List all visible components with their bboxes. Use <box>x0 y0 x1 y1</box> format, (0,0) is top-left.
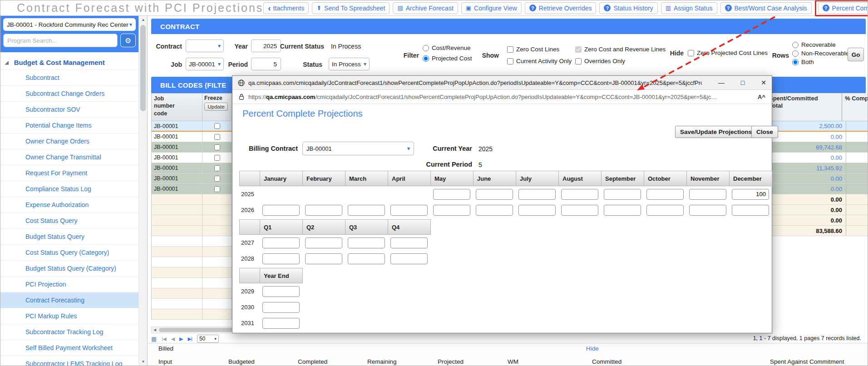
last-page-button[interactable]: ▶| <box>188 336 192 342</box>
projection-input-2025-7[interactable] <box>518 189 556 200</box>
close-button[interactable]: Close <box>751 126 778 138</box>
projection-input-2026-9[interactable] <box>604 205 641 216</box>
radio-option-both[interactable]: Both <box>792 59 849 65</box>
sidebar-item-request-for-payment[interactable]: Request For Payment <box>0 165 138 181</box>
toolbar-button-best-worst-case-analysis[interactable]: ?Best/Worst Case Analysis <box>720 2 812 14</box>
toolbar-button-ttachments[interactable]: ‹ttachments <box>263 2 309 14</box>
prev-page-button[interactable]: ◀ <box>171 336 174 342</box>
minimize-icon[interactable]: — <box>718 79 725 86</box>
sidebar-item-cost-status-query-category[interactable]: Cost Status Query (Category) <box>0 244 138 260</box>
projection-input-2026-12[interactable] <box>732 205 769 216</box>
next-page-button[interactable]: ▶ <box>179 336 182 342</box>
status-select[interactable]: In Process ▾ <box>329 58 370 70</box>
sidebar-item-subcontract[interactable]: Subcontract <box>0 69 138 85</box>
projection-input-2029-1[interactable] <box>262 286 300 297</box>
checkbox-option-current-activity-only[interactable]: Current Activity Only <box>507 58 575 64</box>
projection-input-2028-1[interactable] <box>262 253 300 264</box>
toolbar-button-status-history[interactable]: ?Status History <box>599 2 657 14</box>
sidebar-item-subcontractor-sov[interactable]: Subcontractor SOV <box>0 101 138 117</box>
checkbox-zero-cost-lines[interactable] <box>507 46 513 53</box>
scroll-down-icon[interactable]: ▼ <box>139 360 148 364</box>
toolbar-button-archive-forecast[interactable]: ▤Archive Forecast <box>393 2 458 14</box>
checkbox-current-activity-only[interactable] <box>507 58 513 64</box>
radio-both[interactable] <box>792 59 799 65</box>
sidebar-item-cost-status-query[interactable]: Cost Status Query <box>0 213 138 228</box>
freeze-checkbox[interactable] <box>214 123 220 129</box>
projection-input-2026-5[interactable] <box>433 205 470 216</box>
settings-button[interactable]: ⚙ <box>120 34 136 47</box>
radio-option-non-recoverable[interactable]: Non-Recoverable <box>792 50 849 57</box>
radio-cost-revenue[interactable] <box>423 45 429 51</box>
sidebar-item-subcontract-change-orders[interactable]: Subcontract Change Orders <box>0 85 138 101</box>
radio-projected-cost[interactable] <box>423 55 429 62</box>
popup-addressbar[interactable]: https://qa.cmicpaas.com/cmicqadaily/JcCo… <box>232 90 772 104</box>
projection-input-2028-2[interactable] <box>305 253 342 264</box>
hide-link[interactable]: Hide <box>586 345 599 352</box>
sidebar-item-expense-authorization[interactable]: Expense Authorization <box>0 197 138 213</box>
projection-input-2025-8[interactable] <box>561 189 598 200</box>
radio-option-cost-revenue[interactable]: Cost/Revenue <box>423 45 472 51</box>
sidebar-item-subcontractor-tracking-log[interactable]: Subcontractor Tracking Log <box>0 324 138 340</box>
toolbar-button-percent-complete-projections[interactable]: ?Percent Complete Projections <box>818 2 868 14</box>
maximize-icon[interactable]: □ <box>741 79 745 86</box>
projection-input-2026-1[interactable] <box>262 205 300 216</box>
sidebar-item-owner-change-transmittal[interactable]: Owner Change Transmittal <box>0 149 138 165</box>
projection-input-2025-11[interactable] <box>689 189 726 200</box>
radio-option-projected-cost[interactable]: Projected Cost <box>423 55 472 62</box>
contract-select[interactable]: ▾ <box>186 40 224 52</box>
projection-input-2027-3[interactable] <box>348 237 385 248</box>
billing-contract-select[interactable]: JB-00001 ▾ <box>302 142 414 155</box>
sidebar-scrollbar[interactable]: ▲ ▼ <box>138 16 147 366</box>
scroll-up-icon[interactable]: ▲ <box>139 18 148 22</box>
scroll-left-icon[interactable]: ◀ <box>152 328 158 332</box>
period-input[interactable] <box>251 58 281 70</box>
projection-input-2026-11[interactable] <box>689 205 726 216</box>
freeze-checkbox[interactable] <box>214 155 220 161</box>
checkbox-option-overrides-only[interactable]: Overrides Only <box>575 58 702 64</box>
projection-input-2025-10[interactable] <box>646 189 684 200</box>
projection-input-2026-3[interactable] <box>348 205 385 216</box>
sidebar-item-pci-markup-rules[interactable]: PCI Markup Rules <box>0 308 138 324</box>
projection-input-2025-6[interactable] <box>476 189 513 200</box>
sidebar-item-budget-status-query-category[interactable]: Budget Status Query (Category) <box>0 260 138 276</box>
checkbox-option-zero-cost-lines[interactable]: Zero Cost Lines <box>507 46 575 53</box>
freeze-checkbox[interactable] <box>214 186 220 192</box>
projection-input-2027-4[interactable] <box>390 237 428 248</box>
project-selector[interactable]: JB-00001 - Rockford Community Rec Center… <box>3 18 136 31</box>
save-update-projections-button[interactable]: Save/Update Projections <box>675 126 757 138</box>
tree-header[interactable]: ◢ Budget & Cost Management <box>0 56 138 69</box>
projection-input-2025-12[interactable] <box>732 189 769 200</box>
sidebar-item-owner-change-orders[interactable]: Owner Change Orders <box>0 133 138 149</box>
popup-titlebar[interactable]: qa.cmicpaas.com/cmicqadaily/JcContractFo… <box>232 76 772 90</box>
radio-non-recoverable[interactable] <box>792 50 799 57</box>
projection-input-2027-1[interactable] <box>262 237 300 248</box>
projection-input-2027-2[interactable] <box>305 237 342 248</box>
projection-input-2025-9[interactable] <box>604 189 641 200</box>
grid-icon[interactable]: ▦ <box>151 336 157 342</box>
checkbox-overrides-only[interactable] <box>575 58 582 64</box>
sidebar-item-pci-projection[interactable]: PCI Projection <box>0 276 138 292</box>
checkbox-zero-projected-cost-lines[interactable] <box>688 50 694 56</box>
radio-option-recoverable[interactable]: Recoverable <box>792 41 849 48</box>
toolbar-button-send-to-spreadsheet[interactable]: ⬆Send To Spreadsheet <box>312 2 390 14</box>
checkbox-zero-cost-and-revenue-lines[interactable] <box>575 46 582 53</box>
go-button[interactable]: Go <box>848 48 864 61</box>
toolbar-button-assign-status[interactable]: ▥Assign Status <box>661 2 717 14</box>
freeze-checkbox[interactable] <box>214 144 220 150</box>
update-button[interactable]: Update <box>204 103 228 111</box>
projection-input-2031-1[interactable] <box>262 318 300 329</box>
close-icon[interactable]: ✕ <box>761 79 766 86</box>
scrollbar-thumb[interactable] <box>140 25 146 111</box>
first-page-button[interactable]: |◀ <box>162 336 166 342</box>
projection-input-2026-4[interactable] <box>390 205 428 216</box>
program-search-input[interactable] <box>3 34 118 47</box>
page-size-select[interactable]: 50 ▾ <box>197 335 219 343</box>
projection-input-2030-1[interactable] <box>262 302 300 313</box>
sidebar-item-self-billed-payment-worksheet[interactable]: Self Billed Payment Worksheet <box>0 340 138 356</box>
projection-input-2028-3[interactable] <box>348 253 385 264</box>
radio-recoverable[interactable] <box>792 42 799 48</box>
sidebar-item-compliance-status-log[interactable]: Compliance Status Log <box>0 181 138 197</box>
sidebar-item-budget-status-query[interactable]: Budget Status Query <box>0 228 138 244</box>
projection-input-2026-6[interactable] <box>476 205 513 216</box>
toolbar-button-retrieve-overrides[interactable]: ?Retrieve Overrides <box>525 2 597 14</box>
